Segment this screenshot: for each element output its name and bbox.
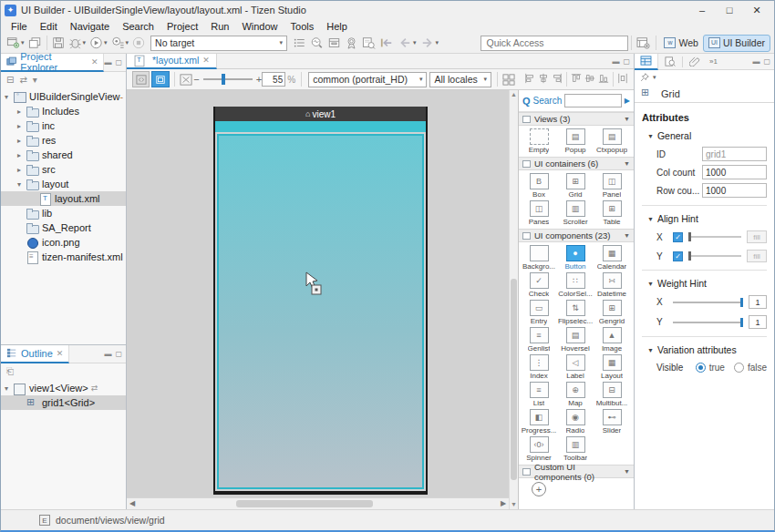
palette-item[interactable]: ⊞ Grid bbox=[557, 173, 594, 200]
palette-item[interactable]: ◫ Panes bbox=[521, 200, 557, 228]
scroll-up-icon[interactable]: ▲ bbox=[510, 90, 518, 99]
palette-item[interactable]: ◫ Panel bbox=[594, 173, 630, 200]
weight-y-slider[interactable] bbox=[673, 322, 743, 323]
palette-item[interactable]: ⊞ Gengrid bbox=[594, 300, 630, 327]
palette-item[interactable]: ▥ Toolbar bbox=[557, 436, 594, 464]
section-header-custom-components[interactable]: Custom UI components (0) ▼ bbox=[519, 465, 634, 478]
weight-y-input[interactable] bbox=[749, 315, 767, 329]
palette-item[interactable]: ≡ List bbox=[521, 382, 557, 409]
scroll-down-icon[interactable]: ▼ bbox=[510, 500, 518, 509]
expand-arrow-icon[interactable]: ▸ bbox=[17, 151, 26, 159]
section-align-hint[interactable]: ▼ Align Hint bbox=[647, 213, 767, 224]
tab-outline[interactable]: Outline ✕ bbox=[1, 345, 69, 363]
outline-filter-icon[interactable]: ⎗ bbox=[6, 366, 14, 377]
section-header-ui-components[interactable]: UI components (23) ▼ bbox=[519, 229, 634, 242]
expand-arrow-icon[interactable]: ▸ bbox=[17, 137, 26, 145]
slider-handle[interactable] bbox=[688, 232, 691, 241]
palette-item[interactable]: ‹0› Spinner bbox=[521, 436, 557, 464]
collapse-section-icon[interactable]: ▼ bbox=[624, 116, 630, 122]
menu-item[interactable]: Search bbox=[116, 21, 160, 32]
tree-item[interactable]: ▾ UIBuilderSingleView - mobile-4.0 bbox=[1, 89, 126, 104]
menu-item[interactable]: File bbox=[5, 21, 34, 32]
maximize-view-icon[interactable]: ▢ bbox=[115, 58, 122, 66]
palette-item[interactable]: Empty bbox=[521, 128, 557, 156]
collapse-section-icon[interactable]: ▼ bbox=[624, 232, 630, 239]
zoom-out-button[interactable]: − bbox=[193, 74, 199, 85]
maximize-button[interactable]: □ bbox=[716, 5, 743, 16]
task-list-button[interactable] bbox=[291, 35, 308, 52]
section-variation-attributes[interactable]: ▼ Variation attributes bbox=[647, 344, 767, 355]
palette-item[interactable]: ⋮ Index bbox=[521, 354, 557, 382]
tree-item[interactable]: tizen-manifest.xml bbox=[1, 250, 126, 264]
collapse-all-icon[interactable]: ⊟ bbox=[6, 75, 14, 85]
close-icon[interactable]: ✕ bbox=[202, 56, 210, 65]
collapse-triangle-icon[interactable]: ▼ bbox=[647, 133, 654, 139]
collapse-section-icon[interactable]: ▼ bbox=[624, 160, 630, 167]
collapse-triangle-icon[interactable]: ▼ bbox=[647, 216, 654, 222]
preview-grid-button[interactable] bbox=[501, 71, 517, 88]
scrollbar-thumb[interactable] bbox=[511, 279, 517, 480]
visible-true-radio[interactable]: true bbox=[696, 363, 725, 373]
expand-arrow-icon[interactable]: ▾ bbox=[5, 384, 14, 393]
chevron-down-icon[interactable]: ▾ bbox=[653, 74, 656, 81]
maximize-view-icon[interactable]: ▢ bbox=[115, 350, 122, 358]
palette-item[interactable]: ✓ Check bbox=[521, 272, 557, 300]
align-center-button[interactable] bbox=[538, 73, 549, 86]
section-header-ui-containers[interactable]: UI containers (6) ▼ bbox=[519, 157, 634, 170]
menu-item[interactable]: Help bbox=[320, 21, 354, 32]
close-icon[interactable]: ✕ bbox=[91, 57, 98, 66]
align-right-button[interactable] bbox=[552, 73, 563, 86]
design-view-toggle[interactable] bbox=[151, 71, 169, 87]
palette-item[interactable]: ⇅ Flipselec... bbox=[557, 300, 594, 327]
expand-arrow-icon[interactable]: ▸ bbox=[17, 122, 26, 130]
profile-button[interactable]: ▾ bbox=[109, 35, 131, 52]
forward-button[interactable]: ▾ bbox=[418, 35, 441, 52]
align-middle-button[interactable] bbox=[584, 73, 595, 86]
horizontal-scrollbar[interactable]: ◀ ▶ bbox=[127, 497, 509, 509]
distribute-button[interactable] bbox=[617, 73, 628, 86]
palette-item[interactable]: ∺ Datetime bbox=[594, 272, 630, 300]
inspect-button[interactable] bbox=[308, 35, 326, 52]
debug-button[interactable]: ▾ bbox=[67, 35, 88, 52]
scrollbar-thumb[interactable] bbox=[236, 500, 373, 507]
tab-project-explorer[interactable]: Project Explorer ✕ bbox=[1, 54, 104, 72]
tab-overflow-indicator[interactable]: »1 bbox=[707, 57, 720, 66]
palette-item[interactable]: B Box bbox=[521, 173, 557, 200]
save-all-button[interactable] bbox=[26, 35, 44, 52]
device-resolution-combo[interactable]: common (portrait_HD) ▾ bbox=[308, 72, 427, 87]
close-button[interactable]: ✕ bbox=[743, 5, 770, 16]
tree-item[interactable]: icon.png bbox=[1, 235, 126, 250]
view-menu-icon[interactable]: ▾ bbox=[33, 75, 37, 85]
palette-item[interactable]: ⊷ Slider bbox=[594, 409, 630, 436]
menu-item[interactable]: Run bbox=[204, 21, 235, 32]
palette-item[interactable]: ▥ Scroller bbox=[557, 200, 594, 228]
weight-x-input[interactable] bbox=[749, 295, 767, 309]
stop-button[interactable] bbox=[130, 35, 147, 52]
zoom-slider-handle[interactable] bbox=[222, 74, 225, 85]
tree-item[interactable]: layout.xml bbox=[1, 191, 126, 206]
palette-item[interactable]: ● Button bbox=[557, 245, 594, 272]
palette-item[interactable]: ⊕ Map bbox=[557, 382, 594, 409]
palette-item[interactable]: ▦ Calendar bbox=[594, 245, 630, 272]
perspective-web-button[interactable]: w Web bbox=[659, 35, 702, 52]
align-x-checkbox[interactable]: ✓ bbox=[673, 232, 683, 242]
tree-item[interactable]: lib bbox=[1, 206, 126, 220]
menu-item[interactable]: Edit bbox=[34, 21, 64, 32]
menu-item[interactable]: Window bbox=[235, 21, 284, 32]
tree-item[interactable]: ▾ layout bbox=[1, 177, 126, 191]
tab-layout-xml[interactable]: *layout.xml ✕ bbox=[127, 54, 217, 69]
palette-item[interactable]: ◁ Label bbox=[557, 354, 594, 382]
align-x-slider[interactable] bbox=[688, 236, 741, 238]
expand-arrow-icon[interactable]: ▸ bbox=[17, 166, 26, 174]
palette-item[interactable]: Backgro... bbox=[521, 245, 557, 272]
source-view-toggle[interactable] bbox=[132, 71, 150, 87]
minimize-view-icon[interactable]: ▬ bbox=[104, 58, 111, 66]
menu-item[interactable]: Project bbox=[160, 21, 204, 32]
close-icon[interactable]: ✕ bbox=[57, 349, 64, 358]
palette-item[interactable]: ⊞ Table bbox=[594, 200, 630, 228]
tree-item[interactable]: ▸ Includes bbox=[1, 104, 126, 118]
device-preview[interactable]: ⌂ view1 bbox=[213, 107, 428, 495]
minimize-view-icon[interactable]: ▬ bbox=[612, 57, 619, 66]
section-general[interactable]: ▼ General bbox=[647, 130, 767, 141]
collapse-section-icon[interactable]: ▼ bbox=[624, 468, 630, 475]
